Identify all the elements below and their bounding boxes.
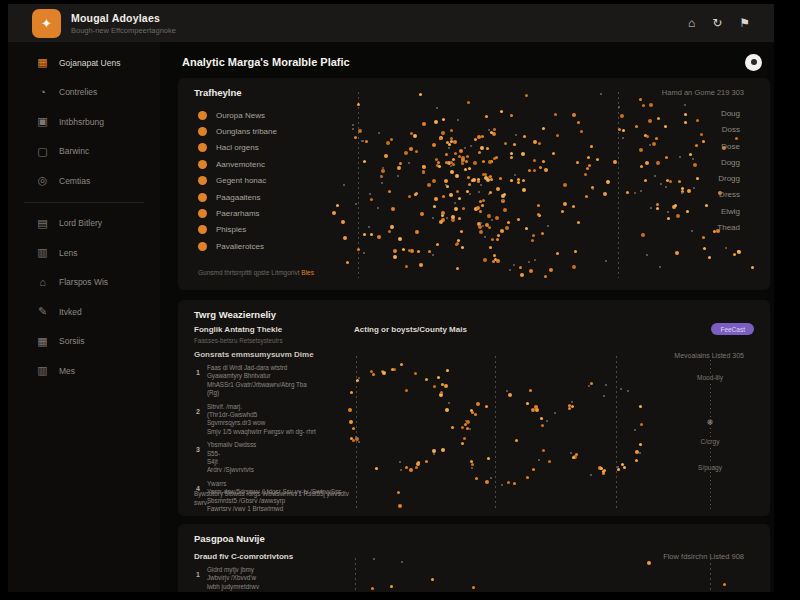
dot <box>441 448 445 452</box>
dot <box>461 442 464 445</box>
dot <box>665 156 668 159</box>
dot <box>656 161 660 165</box>
dot <box>397 166 401 170</box>
history-icon[interactable]: ↻ <box>712 17 722 29</box>
dot <box>417 250 420 253</box>
logo-icon: ✦ <box>41 16 52 31</box>
app-logo[interactable]: ✦ <box>32 9 61 38</box>
dot <box>432 449 436 453</box>
dot <box>571 401 573 403</box>
sidebar-item[interactable]: ▤Lord Bitlery <box>8 209 160 239</box>
dot <box>641 233 645 237</box>
dot <box>626 191 629 194</box>
dot <box>675 251 679 255</box>
dot <box>647 561 651 565</box>
dot <box>346 261 349 264</box>
dot <box>439 393 443 397</box>
sidebar-item[interactable]: ✎Itvked <box>8 297 160 327</box>
legend-dot-icon <box>198 176 207 185</box>
dot <box>674 204 677 207</box>
dot <box>450 161 453 164</box>
legend-item[interactable]: Phispies <box>198 222 277 238</box>
dot <box>363 160 366 163</box>
legend-label: Ounglans tribane <box>216 127 277 136</box>
dot <box>419 263 423 267</box>
legend-item[interactable]: Paerarhams <box>198 205 277 221</box>
dot <box>507 221 510 224</box>
dot <box>532 234 535 237</box>
dot <box>450 170 454 174</box>
dot <box>464 168 467 171</box>
sidebar-item[interactable]: ▥Lens <box>8 238 160 268</box>
legend-item[interactable]: Ouropa News <box>198 107 277 123</box>
dot <box>454 202 456 204</box>
dot <box>687 189 691 193</box>
dot <box>639 452 641 454</box>
sidebar-item[interactable]: ▣Intbhsrbung <box>8 107 160 137</box>
dot <box>639 443 642 446</box>
values-column: DougDossDoseDoggDroggDressElwigThead <box>717 109 740 239</box>
sidebar-item[interactable]: ▦Sorsiis <box>8 327 160 357</box>
dot <box>556 252 559 255</box>
dot <box>723 583 726 586</box>
dot <box>544 275 547 278</box>
sidebar-item[interactable]: ▥Mes <box>8 356 160 386</box>
dot <box>588 385 590 387</box>
flag-icon[interactable]: ⚑ <box>739 17 750 29</box>
home-icon[interactable]: ⌂ <box>688 17 695 29</box>
dot <box>635 125 638 128</box>
dot <box>489 246 492 249</box>
dot <box>691 230 693 232</box>
legend-item[interactable]: Pavalierotces <box>198 238 277 254</box>
sidebar-item[interactable]: ▢Barwinc <box>8 137 160 167</box>
dot <box>404 151 408 155</box>
dot <box>478 225 482 229</box>
sidebar-item[interactable]: ◎Cemtias <box>8 166 160 196</box>
record-button[interactable] <box>745 54 762 71</box>
dot <box>708 256 711 259</box>
dot <box>588 164 591 167</box>
item-number: 1 <box>196 566 200 591</box>
dot <box>669 180 672 183</box>
dot <box>646 254 648 256</box>
dot <box>590 382 593 385</box>
dot <box>495 216 499 220</box>
dot <box>432 143 436 147</box>
dot <box>437 161 440 164</box>
dot <box>405 466 408 469</box>
dot <box>529 269 533 273</box>
dot <box>451 426 454 429</box>
item-line: Sgvmrsqyrs.dr3 wow <box>207 419 316 427</box>
item-lines: Faas di Wrdl Jad-dara wtstrdGyawamtyry B… <box>207 364 307 398</box>
dot <box>479 230 483 234</box>
legend-item[interactable]: Ounglans tribane <box>198 123 277 139</box>
dot <box>439 220 443 224</box>
legend-item[interactable]: Hacl orgens <box>198 140 277 156</box>
dot <box>506 390 508 392</box>
sidebar-item[interactable]: ◔Contrelies <box>8 78 160 108</box>
legend-item[interactable]: Aanvemotenc <box>198 156 277 172</box>
dot <box>554 412 556 414</box>
dot <box>531 239 534 242</box>
dot <box>639 98 642 101</box>
legend-label: Phispies <box>216 225 246 234</box>
dot <box>623 466 626 469</box>
dot <box>519 266 522 269</box>
item-lines: Ybsmaiiv DwdsssS55-S4jtArdrv /Sjwvrvtvts <box>207 441 256 475</box>
sidebar-item[interactable]: ⌂Flarspos Wis <box>8 268 160 298</box>
legend-item[interactable]: Paagaaitens <box>198 189 277 205</box>
sidebar-item-label: Intbhsrbung <box>59 117 104 127</box>
dot <box>454 207 458 211</box>
sidebar-item[interactable]: ▦Gojanapat Uens <box>8 48 160 78</box>
dot <box>485 480 489 484</box>
dot <box>422 171 425 174</box>
dot <box>689 153 692 156</box>
item-line: Jwbvirjv /Xbvvd'w <box>207 574 259 582</box>
legend-item[interactable]: Gegent honac <box>198 173 277 189</box>
dot <box>703 247 706 250</box>
dot <box>577 121 580 124</box>
dot <box>425 378 428 381</box>
dot <box>422 165 426 169</box>
sidebar-item-label: Barwinc <box>59 146 89 156</box>
footer-link[interactable]: Bles <box>301 269 314 276</box>
